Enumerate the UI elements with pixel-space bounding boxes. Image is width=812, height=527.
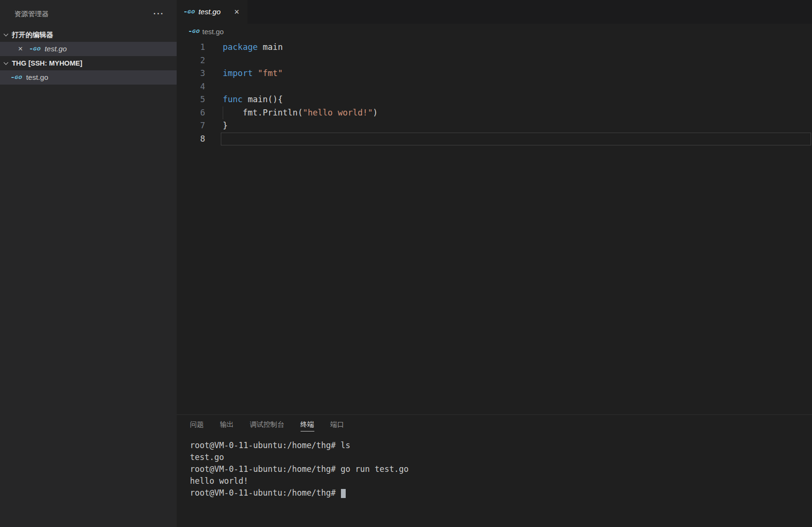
section-label: 打开的编辑器 bbox=[12, 30, 53, 39]
code-token: import bbox=[223, 68, 253, 78]
code-token: fmt.Println( bbox=[243, 108, 302, 117]
code-line[interactable]: 2 bbox=[177, 54, 812, 67]
tab-bar: GO test.go × bbox=[177, 0, 812, 24]
breadcrumb-file[interactable]: test.go bbox=[202, 28, 224, 36]
close-icon[interactable]: × bbox=[15, 44, 26, 54]
chevron-down-icon bbox=[4, 60, 9, 65]
terminal-cursor bbox=[341, 489, 346, 498]
indent-guide bbox=[223, 106, 243, 120]
panel-tab-bar: 问题输出调试控制台终端端口 bbox=[177, 415, 812, 437]
panel-tab-输出[interactable]: 输出 bbox=[220, 420, 234, 431]
sidebar-item-test.go[interactable]: GOtest.go bbox=[0, 70, 177, 85]
line-number[interactable]: 8 bbox=[177, 133, 205, 146]
line-number[interactable]: 4 bbox=[177, 80, 205, 94]
terminal-text: test.go bbox=[190, 452, 224, 462]
editor-group: GO test.go × GO test.go 1package main23i… bbox=[177, 0, 812, 527]
file-label: test.go bbox=[26, 73, 48, 82]
close-icon[interactable]: × bbox=[231, 7, 243, 17]
terminal[interactable]: root@VM-0-11-ubuntu:/home/thg# lstest.go… bbox=[177, 437, 812, 527]
vscode-window: 资源管理器 ··· 打开的编辑器×GOtest.goTHG [SSH: MYHO… bbox=[0, 0, 812, 527]
terminal-line: root@VM-0-11-ubuntu:/home/thg# bbox=[190, 487, 812, 499]
code-text[interactable]: fmt.Println("hello world!") bbox=[221, 106, 812, 120]
code-text[interactable]: } bbox=[221, 119, 812, 133]
code-token: ) bbox=[373, 108, 378, 117]
line-number[interactable]: 1 bbox=[177, 41, 205, 54]
terminal-text: root@VM-0-11-ubuntu:/home/thg# bbox=[190, 488, 340, 498]
code-token: main bbox=[258, 42, 283, 52]
code-text[interactable]: func main(){ bbox=[221, 93, 812, 106]
explorer-header: 资源管理器 ··· bbox=[0, 0, 177, 28]
explorer-sidebar: 资源管理器 ··· 打开的编辑器×GOtest.goTHG [SSH: MYHO… bbox=[0, 0, 177, 527]
section-header[interactable]: THG [SSH: MYHOME] bbox=[0, 56, 177, 70]
explorer-tree: 打开的编辑器×GOtest.goTHG [SSH: MYHOME]GOtest.… bbox=[0, 28, 177, 85]
terminal-text: hello world! bbox=[190, 476, 248, 486]
line-number[interactable]: 7 bbox=[177, 119, 205, 133]
code-line[interactable]: 6fmt.Println("hello world!") bbox=[177, 106, 812, 120]
code-token: func bbox=[223, 95, 243, 104]
terminal-line: test.go bbox=[190, 451, 812, 463]
code-line[interactable]: 5func main(){ bbox=[177, 93, 812, 106]
line-number[interactable]: 3 bbox=[177, 67, 205, 80]
terminal-line: root@VM-0-11-ubuntu:/home/thg# ls bbox=[190, 440, 812, 451]
code-line[interactable]: 4 bbox=[177, 80, 812, 94]
terminal-text: root@VM-0-11-ubuntu:/home/thg# ls bbox=[190, 441, 350, 450]
section-header[interactable]: 打开的编辑器 bbox=[0, 28, 177, 42]
terminal-line: root@VM-0-11-ubuntu:/home/thg# go run te… bbox=[190, 463, 812, 475]
code-token: "fmt" bbox=[258, 68, 283, 78]
file-label: test.go bbox=[45, 45, 67, 53]
panel-tab-终端[interactable]: 终端 bbox=[301, 420, 314, 431]
explorer-title: 资源管理器 bbox=[14, 10, 49, 19]
bottom-panel: 问题输出调试控制台终端端口 root@VM-0-11-ubuntu:/home/… bbox=[177, 414, 812, 527]
panel-tab-调试控制台[interactable]: 调试控制台 bbox=[250, 420, 284, 431]
panel-tab-问题[interactable]: 问题 bbox=[190, 420, 204, 431]
code-line[interactable]: 7} bbox=[177, 119, 812, 133]
terminal-text: root@VM-0-11-ubuntu:/home/thg# go run te… bbox=[190, 464, 409, 474]
code-text[interactable] bbox=[221, 54, 812, 67]
code-text[interactable]: package main bbox=[221, 41, 812, 54]
go-file-icon: GO bbox=[184, 10, 195, 14]
code-token: "hello world!" bbox=[302, 108, 373, 117]
line-number[interactable]: 6 bbox=[177, 106, 205, 120]
code-token: main(){ bbox=[243, 95, 283, 104]
code-text[interactable] bbox=[221, 80, 812, 94]
go-file-icon: GO bbox=[11, 75, 22, 80]
go-file-icon: GO bbox=[30, 47, 40, 51]
code-line[interactable]: 3import "fmt" bbox=[177, 67, 812, 80]
section-label: THG [SSH: MYHOME] bbox=[12, 59, 82, 67]
go-file-icon: GO bbox=[189, 29, 199, 34]
more-actions-icon[interactable]: ··· bbox=[153, 9, 164, 19]
line-number[interactable]: 2 bbox=[177, 54, 205, 67]
code-token: } bbox=[223, 121, 228, 130]
chevron-down-icon bbox=[4, 31, 9, 36]
code-line[interactable]: 8 bbox=[177, 133, 812, 146]
sidebar-item-test.go[interactable]: ×GOtest.go bbox=[0, 42, 177, 56]
panel-tab-端口[interactable]: 端口 bbox=[330, 420, 344, 431]
code-line[interactable]: 1package main bbox=[177, 41, 812, 54]
tab-label: test.go bbox=[198, 8, 221, 16]
code-text[interactable]: import "fmt" bbox=[221, 67, 812, 80]
line-number[interactable]: 5 bbox=[177, 93, 205, 106]
code-text[interactable] bbox=[221, 133, 811, 146]
tab-test-go[interactable]: GO test.go × bbox=[177, 0, 247, 24]
breadcrumb[interactable]: GO test.go bbox=[177, 24, 812, 39]
code-token bbox=[253, 68, 258, 78]
code-editor[interactable]: 1package main23import "fmt"45func main()… bbox=[177, 39, 812, 414]
terminal-line: hello world! bbox=[190, 475, 812, 487]
code-token: package bbox=[223, 42, 258, 52]
